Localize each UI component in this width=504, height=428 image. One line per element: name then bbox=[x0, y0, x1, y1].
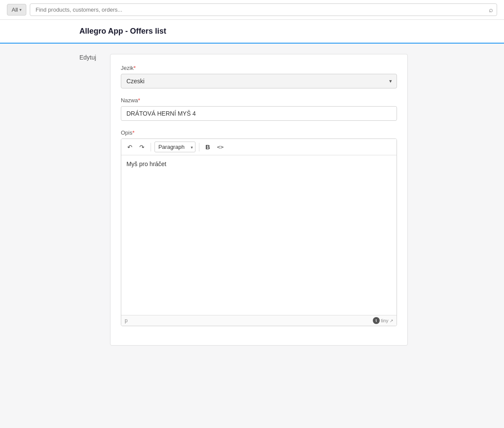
edit-card: Jezik* Czeski ▾ Nazwa* Opis* bbox=[110, 54, 408, 346]
toolbar-divider-2 bbox=[199, 143, 199, 151]
bold-button[interactable]: B bbox=[203, 142, 213, 152]
jezik-select[interactable]: Czeski bbox=[121, 74, 397, 88]
jezik-select-wrapper: Czeski ▾ bbox=[121, 74, 397, 88]
undo-button[interactable]: ↶ bbox=[125, 142, 135, 152]
search-input[interactable] bbox=[34, 4, 489, 16]
naziv-label: Nazwa* bbox=[121, 97, 397, 104]
resize-icon: ↗ bbox=[390, 318, 393, 323]
editor-tag: p bbox=[125, 318, 128, 324]
footer-actions: Powrót Zapisz bbox=[0, 420, 504, 428]
redo-icon: ↷ bbox=[139, 144, 145, 151]
jezik-group: Jezik* Czeski ▾ bbox=[121, 65, 397, 88]
toolbar-divider bbox=[151, 143, 151, 151]
paragraph-select[interactable]: Paragraph bbox=[154, 142, 195, 152]
bold-icon: B bbox=[205, 143, 210, 151]
edit-section-label: Edytuj bbox=[79, 54, 96, 61]
naziv-group: Nazwa* bbox=[121, 97, 397, 121]
undo-icon: ↶ bbox=[127, 144, 132, 151]
all-filter-label: All bbox=[12, 6, 18, 13]
tiny-logo: t tiny ↗ bbox=[373, 317, 393, 324]
main-content: Edytuj Jezik* Czeski ▾ Nazwa* bbox=[0, 44, 504, 420]
editor-body[interactable]: Myš pro hráčet bbox=[121, 155, 397, 315]
tiny-label: tiny bbox=[381, 318, 388, 323]
top-bar: All ▾ ⌕ bbox=[0, 0, 504, 20]
code-icon: <> bbox=[217, 144, 224, 150]
page-title: Allegro App - Offers list bbox=[79, 27, 425, 36]
chevron-down-icon: ▾ bbox=[19, 7, 22, 12]
tiny-icon: t bbox=[373, 317, 380, 324]
editor-paragraph: Myš pro hráčet bbox=[126, 160, 391, 167]
search-icon: ⌕ bbox=[489, 6, 493, 14]
redo-button[interactable]: ↷ bbox=[137, 142, 147, 152]
opis-label: Opis* bbox=[121, 129, 397, 136]
editor-container: ↶ ↷ Paragraph ▾ bbox=[121, 138, 397, 326]
editor-toolbar: ↶ ↷ Paragraph ▾ bbox=[121, 139, 397, 155]
page-header: Allegro App - Offers list bbox=[0, 20, 504, 44]
search-wrapper: ⌕ bbox=[30, 3, 497, 16]
editor-footer: p t tiny ↗ bbox=[121, 315, 397, 326]
opis-group: Opis* ↶ ↷ Paragraph bbox=[121, 129, 397, 326]
jezik-label: Jezik* bbox=[121, 65, 397, 71]
paragraph-select-wrapper: Paragraph ▾ bbox=[154, 142, 195, 152]
naziv-input[interactable] bbox=[121, 106, 397, 121]
code-button[interactable]: <> bbox=[214, 142, 227, 152]
all-filter-button[interactable]: All ▾ bbox=[7, 4, 26, 16]
